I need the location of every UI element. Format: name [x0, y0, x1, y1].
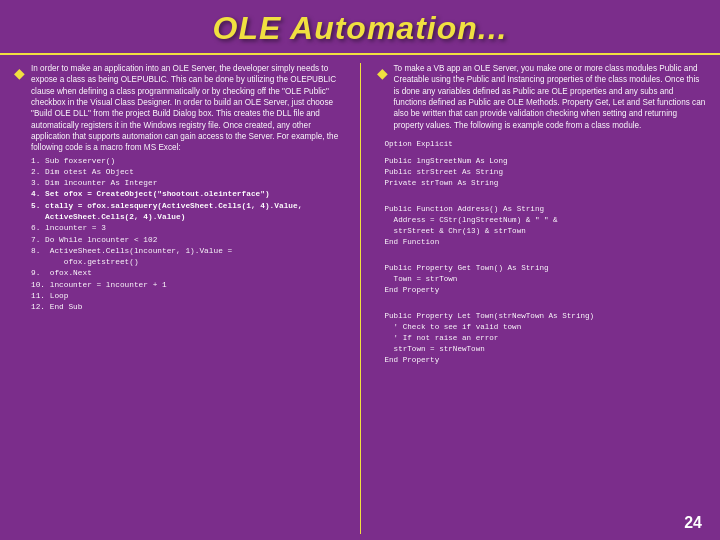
code-line-8: 8. ActiveSheet.Cells(lncounter, 1).Value… — [31, 246, 344, 257]
code-line-6: 6. lncounter = 3 — [31, 223, 344, 234]
code-line-12: 12. End Sub — [31, 302, 344, 313]
code-line-7: 7. Do While lncounter < 102 — [31, 235, 344, 246]
code-line-3: 3. Dim lncounter As Integer — [31, 178, 344, 189]
code-line-8b: ofox.getstreet() — [31, 257, 344, 268]
code-group-public-vars: Public lngStreetNum As Long Public strSt… — [385, 156, 707, 189]
column-divider — [360, 63, 361, 534]
right-top: ◆ To make a VB app an OLE Server, you ma… — [377, 63, 707, 131]
code-line-9: 9. ofox.Next — [31, 268, 344, 279]
left-code-block: 1. Sub foxserver() 2. Dim otest As Objec… — [31, 156, 344, 314]
code-line-5: 5. ctally = ofox.salesquery(ActiveSheet.… — [31, 201, 344, 224]
code-group-address-func: Public Function Address() As String Addr… — [385, 204, 707, 248]
right-column: ◆ To make a VB app an OLE Server, you ma… — [377, 63, 707, 534]
title-area: OLE Automation... — [0, 0, 720, 55]
code-line-10: 10. lncounter = lncounter + 1 — [31, 280, 344, 291]
code-line-11: 11. Loop — [31, 291, 344, 302]
left-paragraph: In order to make an application into an … — [31, 63, 344, 154]
code-line-1: 1. Sub foxserver() — [31, 156, 344, 167]
slide-container: OLE Automation... ◆ In order to make an … — [0, 0, 720, 540]
left-bullet: ◆ — [14, 65, 25, 534]
code-line-4: 4. Set ofox = CreateObject("shootout.ole… — [31, 189, 344, 200]
code-group-let-town: Public Property Let Town(strNewTown As S… — [385, 311, 707, 366]
right-code-block: Option Explicit Public lngStreetNum As L… — [377, 135, 707, 370]
code-group-get-town: Public Property Get Town() As String Tow… — [385, 263, 707, 296]
right-bullet: ◆ — [377, 65, 388, 131]
code-line-2: 2. Dim otest As Object — [31, 167, 344, 178]
slide-title: OLE Automation... — [20, 10, 700, 47]
right-paragraph: To make a VB app an OLE Server, you make… — [394, 63, 707, 131]
content-area: ◆ In order to make an application into a… — [0, 55, 720, 540]
code-option-explicit: Option Explicit — [385, 139, 707, 150]
left-column: ◆ In order to make an application into a… — [14, 63, 344, 534]
page-number: 24 — [684, 514, 702, 532]
